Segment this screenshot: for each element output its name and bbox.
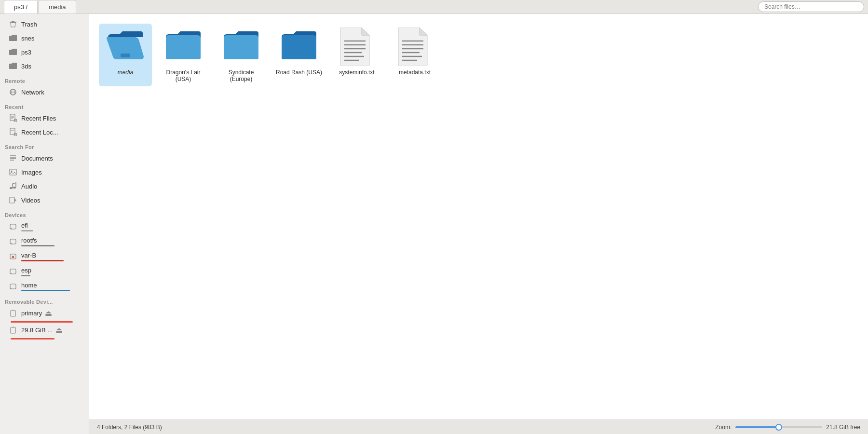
text-icon-systeminfo	[338, 27, 376, 66]
sidebar-ps3-label: ps3	[21, 49, 31, 56]
sidebar: Trash snes ps3 3ds Remote	[0, 14, 89, 434]
sidebar-item-29gib[interactable]: 29.8 GiB ... ⏏	[2, 323, 87, 337]
folder-icon-dragons-lair	[164, 27, 203, 66]
sidebar-item-efi[interactable]: efi	[2, 219, 87, 234]
svg-rect-26	[10, 239, 16, 244]
file-label-syndicate: Syndicate (Europe)	[217, 69, 266, 82]
drive-icon-efi	[9, 222, 17, 231]
sidebar-snes-label: snes	[21, 35, 34, 42]
file-label-systeminfo: systeminfo.txt	[339, 69, 374, 76]
audio-icon	[9, 182, 17, 190]
drive-icon-rootfs	[9, 237, 17, 246]
search-input[interactable]	[758, 1, 864, 12]
section-devices: Devices	[0, 207, 89, 219]
svg-rect-25	[11, 228, 12, 229]
folder-icon-snes	[9, 34, 17, 42]
svg-rect-37	[11, 327, 15, 333]
file-item-metadata[interactable]: metadata.txt	[388, 24, 441, 86]
zoom-slider[interactable]	[735, 426, 822, 428]
sidebar-item-varb[interactable]: var-B	[2, 249, 87, 264]
file-label-road-rash: Road Rash (USA)	[276, 69, 322, 76]
svg-rect-27	[11, 243, 12, 244]
zoom-thumb[interactable]	[775, 424, 782, 431]
sidebar-item-primary[interactable]: primary ⏏	[2, 306, 87, 320]
sidebar-item-3ds[interactable]: 3ds	[2, 59, 87, 73]
eject-icon-primary[interactable]: ⏏	[45, 309, 52, 318]
status-bar: 4 Folders, 2 Files (983 B) Zoom: 21.8 Gi…	[89, 420, 868, 434]
usb-icon-29gib	[9, 326, 17, 335]
svg-rect-33	[10, 284, 16, 289]
efi-usage-bar	[21, 230, 33, 231]
file-item-dragons-lair[interactable]: Dragon's Lair (USA)	[157, 24, 210, 86]
documents-icon	[9, 154, 17, 163]
tab-bar: ps3 / media	[0, 0, 868, 14]
free-space-label: 21.8 GiB free	[826, 424, 860, 431]
svg-rect-1	[12, 21, 14, 22]
drive-icon-esp	[9, 267, 17, 276]
sidebar-item-trash[interactable]: Trash	[2, 17, 87, 31]
sidebar-network-label: Network	[21, 89, 44, 96]
search-area	[758, 1, 864, 12]
sidebar-item-audio[interactable]: Audio	[2, 179, 87, 193]
svg-rect-39	[121, 54, 130, 57]
tab-ps3[interactable]: ps3 /	[4, 0, 38, 14]
svg-point-18	[11, 171, 13, 172]
sidebar-item-videos[interactable]: Videos	[2, 193, 87, 207]
esp-usage-bar	[21, 275, 30, 276]
sidebar-item-snes[interactable]: snes	[2, 31, 87, 45]
usb-icon-primary	[9, 309, 17, 318]
svg-rect-17	[10, 169, 16, 175]
sidebar-item-rootfs[interactable]: rootfs	[2, 234, 87, 249]
sidebar-recent-files-label: Recent Files	[21, 115, 56, 122]
svg-point-21	[13, 187, 16, 189]
sidebar-images-label: Images	[21, 169, 42, 176]
sidebar-home-label: home	[21, 282, 37, 289]
sidebar-varb-label: var-B	[21, 252, 36, 259]
folder-open-icon-media	[106, 27, 145, 66]
sidebar-item-ps3[interactable]: ps3	[2, 45, 87, 59]
folder-icon-3ds	[9, 62, 17, 70]
zoom-fill	[735, 426, 779, 428]
svg-marker-23	[14, 199, 16, 202]
sidebar-item-recent-files[interactable]: Recent Files	[2, 111, 87, 125]
file-item-syndicate[interactable]: Syndicate (Europe)	[215, 24, 268, 86]
sidebar-esp-label: esp	[21, 267, 31, 274]
sidebar-item-network[interactable]: Network	[2, 85, 87, 99]
svg-rect-22	[10, 197, 14, 203]
tab-media[interactable]: media	[39, 0, 76, 14]
sidebar-item-images[interactable]: Images	[2, 165, 87, 179]
eject-icon-29gib[interactable]: ⏏	[55, 326, 63, 335]
svg-rect-34	[11, 288, 12, 288]
sidebar-item-home[interactable]: home	[2, 279, 87, 294]
section-remote: Remote	[0, 73, 89, 85]
sidebar-rootfs-label: rootfs	[21, 237, 37, 244]
home-usage-bar	[21, 290, 70, 291]
trash-icon	[9, 20, 17, 28]
folder-icon-road-rash	[280, 27, 318, 66]
file-item-systeminfo[interactable]: systeminfo.txt	[330, 24, 383, 86]
section-recent: Recent	[0, 99, 89, 111]
text-icon-metadata	[395, 27, 434, 66]
file-item-media[interactable]: media	[99, 24, 152, 86]
file-item-road-rash[interactable]: Road Rash (USA)	[272, 24, 326, 86]
recent-files-icon	[9, 114, 17, 122]
sidebar-item-documents[interactable]: Documents	[2, 151, 87, 165]
network-icon	[9, 88, 17, 96]
file-manager-window: ps3 / media Trash snes	[0, 0, 868, 434]
primary-usage-bar	[11, 321, 73, 323]
svg-rect-32	[11, 273, 12, 273]
file-label-media: media	[118, 69, 134, 76]
svg-point-19	[10, 187, 13, 189]
zoom-label: Zoom:	[715, 424, 732, 431]
sidebar-item-recent-loc[interactable]: Recent Loc...	[2, 125, 87, 139]
main-area: media Dragon's Lair (USA)	[89, 14, 868, 434]
sidebar-efi-label: efi	[21, 222, 28, 229]
drive-icon-home	[9, 282, 17, 291]
drive-icon-varb	[9, 252, 17, 261]
svg-rect-24	[10, 224, 16, 229]
sidebar-audio-label: Audio	[21, 183, 37, 190]
sidebar-trash-label: Trash	[21, 21, 37, 28]
folder-icon-syndicate	[222, 27, 260, 66]
videos-icon	[9, 196, 17, 204]
sidebar-item-esp[interactable]: esp	[2, 264, 87, 279]
